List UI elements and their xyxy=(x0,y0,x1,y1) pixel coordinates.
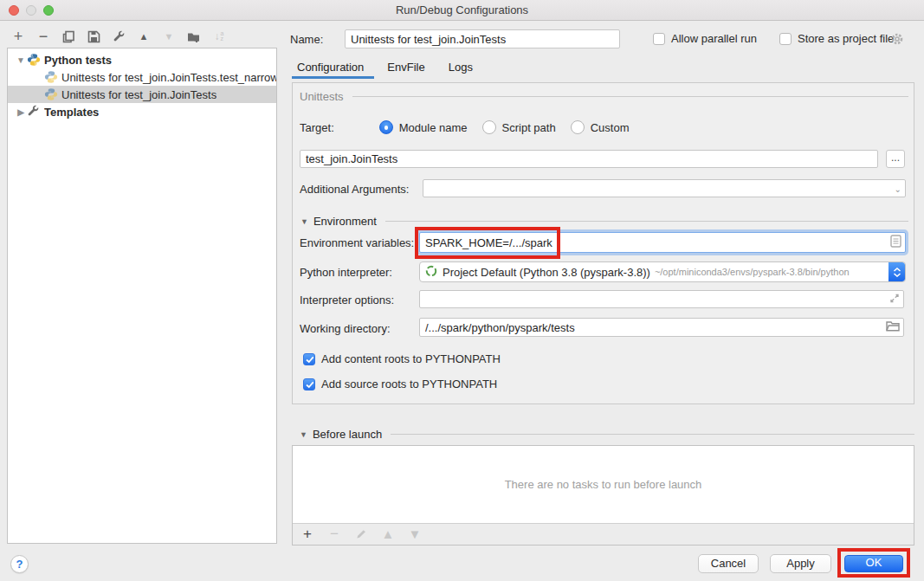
expand-field-icon[interactable] xyxy=(889,293,900,306)
tree-item-unittest-narrow[interactable]: Unittests for test_join.JoinTests.test_n… xyxy=(8,68,276,86)
add-content-roots-checkbox[interactable]: Add content roots to PYTHONPATH xyxy=(303,352,501,365)
allow-parallel-run-checkbox[interactable]: Allow parallel run xyxy=(653,32,757,45)
environment-variables-label: Environment variables: xyxy=(300,236,414,249)
settings-gear-icon[interactable] xyxy=(890,32,904,46)
new-folder-icon[interactable] xyxy=(186,29,202,44)
python-test-icon xyxy=(44,87,58,101)
cancel-button[interactable]: Cancel xyxy=(698,554,759,573)
unittests-group-header: Unittests xyxy=(300,90,908,103)
add-source-roots-checkbox[interactable]: Add source roots to PYTHONPATH xyxy=(303,378,497,391)
env-vars-list-icon[interactable] xyxy=(890,235,901,250)
folder-icon[interactable] xyxy=(886,320,900,334)
move-up-icon[interactable]: ▲ xyxy=(136,29,152,44)
add-content-roots-label: Add content roots to PYTHONPATH xyxy=(321,352,501,365)
run-debug-configurations-dialog: Run/Debug Configurations + − ▲ ▼ ↓az ▼ P xyxy=(0,0,924,581)
radio-custom[interactable]: Custom xyxy=(571,120,630,134)
radio-script-path-label: Script path xyxy=(502,121,556,134)
browse-button[interactable]: ... xyxy=(886,150,905,168)
checkbox-unchecked-icon[interactable] xyxy=(653,33,665,45)
copy-configuration-icon[interactable] xyxy=(61,29,76,44)
active-tab-indicator xyxy=(292,76,374,79)
title-bar: Run/Debug Configurations xyxy=(0,0,924,21)
select-stepper-icon[interactable] xyxy=(888,262,905,281)
radio-unselected-icon[interactable] xyxy=(482,120,496,134)
help-label: ? xyxy=(16,558,23,571)
edit-task-icon xyxy=(353,526,369,541)
add-configuration-icon[interactable]: + xyxy=(10,29,26,44)
radio-selected-icon[interactable] xyxy=(379,120,393,134)
chevron-right-icon[interactable]: ▶ xyxy=(15,107,27,117)
allow-parallel-run-label: Allow parallel run xyxy=(671,32,757,45)
interpreter-options-input[interactable] xyxy=(419,290,904,308)
conda-env-icon xyxy=(425,265,437,280)
chevron-down-icon[interactable]: ⌄ xyxy=(895,184,901,193)
before-launch-title: Before launch xyxy=(313,428,382,441)
interpreter-options-label: Interpreter options: xyxy=(300,294,394,307)
target-label: Target: xyxy=(300,121,334,134)
name-label: Name: xyxy=(290,33,323,46)
chevron-down-icon[interactable]: ▼ xyxy=(15,55,27,65)
before-launch-task-list: There are no tasks to run before launch xyxy=(293,446,914,524)
interpreter-path: ~/opt/miniconda3/envs/pyspark-3.8/bin/py… xyxy=(655,267,850,277)
store-as-project-file-label: Store as project file xyxy=(798,32,894,45)
chevron-down-icon[interactable]: ▼ xyxy=(300,217,308,226)
configurations-tree: ▼ Python tests Unittests for test_join.J… xyxy=(7,48,277,544)
python-interpreter-select[interactable]: Project Default (Python 3.8 (pyspark-3.8… xyxy=(419,261,906,282)
tree-item-python-tests[interactable]: ▼ Python tests xyxy=(8,51,276,68)
ok-button[interactable]: OK xyxy=(844,555,903,572)
move-task-down-icon: ▼ xyxy=(407,526,423,541)
radio-module-name-label: Module name xyxy=(399,121,468,134)
radio-module-name[interactable]: Module name xyxy=(379,120,468,134)
name-input[interactable] xyxy=(345,29,620,48)
tree-item-label: Templates xyxy=(44,106,99,119)
environment-section-title: Environment xyxy=(313,215,377,228)
tree-item-label: Unittests for test_join.JoinTests.test_n… xyxy=(61,71,276,84)
environment-section-header[interactable]: ▼ Environment xyxy=(300,215,908,228)
configurations-toolbar: + − ▲ ▼ ↓az xyxy=(10,27,270,46)
wrench-icon xyxy=(27,105,41,119)
tree-item-templates[interactable]: ▶ Templates xyxy=(8,103,276,120)
before-launch-panel: There are no tasks to run before launch … xyxy=(292,445,914,545)
radio-script-path[interactable]: Script path xyxy=(482,120,556,134)
sort-alphabetically-icon: ↓az xyxy=(211,29,227,44)
move-down-icon: ▼ xyxy=(161,29,177,44)
tree-item-unittest-jointests[interactable]: Unittests for test_join.JoinTests xyxy=(8,86,276,103)
radio-unselected-icon[interactable] xyxy=(571,120,585,134)
remove-configuration-icon[interactable]: − xyxy=(36,29,51,44)
add-task-icon[interactable]: + xyxy=(300,526,315,541)
save-configuration-icon[interactable] xyxy=(86,29,101,44)
tab-logs[interactable]: Logs xyxy=(449,57,473,81)
tab-envfile[interactable]: EnvFile xyxy=(387,57,424,81)
store-as-project-file-checkbox[interactable]: Store as project file xyxy=(779,32,894,45)
working-directory-label: Working directory: xyxy=(300,322,391,335)
python-icon xyxy=(27,53,41,67)
checkbox-checked-icon[interactable] xyxy=(303,378,315,391)
apply-button[interactable]: Apply xyxy=(770,554,831,573)
edit-templates-icon[interactable] xyxy=(111,29,126,44)
remove-task-icon: − xyxy=(326,526,342,541)
checkbox-checked-icon[interactable] xyxy=(303,353,315,365)
python-test-icon xyxy=(44,70,58,84)
unittests-group-title: Unittests xyxy=(300,90,344,103)
configuration-panel: Unittests Target: Module name Script pat… xyxy=(292,82,914,404)
target-row: Target: Module name Script path Custom xyxy=(300,120,629,134)
additional-arguments-input[interactable] xyxy=(423,179,906,197)
environment-variables-input[interactable] xyxy=(419,232,906,253)
tree-item-label: Unittests for test_join.JoinTests xyxy=(61,88,216,101)
help-button[interactable]: ? xyxy=(10,555,29,573)
python-interpreter-label: Python interpreter: xyxy=(300,266,392,279)
before-launch-section-header[interactable]: ▼ Before launch xyxy=(300,428,914,441)
working-directory-input[interactable] xyxy=(419,318,904,337)
interpreter-value: Project Default (Python 3.8 (pyspark-3.8… xyxy=(443,266,650,279)
tree-item-label: Python tests xyxy=(44,54,112,67)
chevron-down-icon[interactable]: ▼ xyxy=(300,430,307,439)
before-launch-empty-message: There are no tasks to run before launch xyxy=(505,478,702,491)
window-title: Run/Debug Configurations xyxy=(0,3,924,16)
before-launch-toolbar: + − ▲ ▼ xyxy=(300,525,423,542)
checkbox-unchecked-icon[interactable] xyxy=(779,33,792,45)
add-source-roots-label: Add source roots to PYTHONPATH xyxy=(321,378,497,391)
module-name-input[interactable] xyxy=(300,150,878,168)
additional-arguments-label: Additional Arguments: xyxy=(300,183,409,196)
move-task-up-icon: ▲ xyxy=(380,526,396,541)
radio-custom-label: Custom xyxy=(591,121,630,134)
